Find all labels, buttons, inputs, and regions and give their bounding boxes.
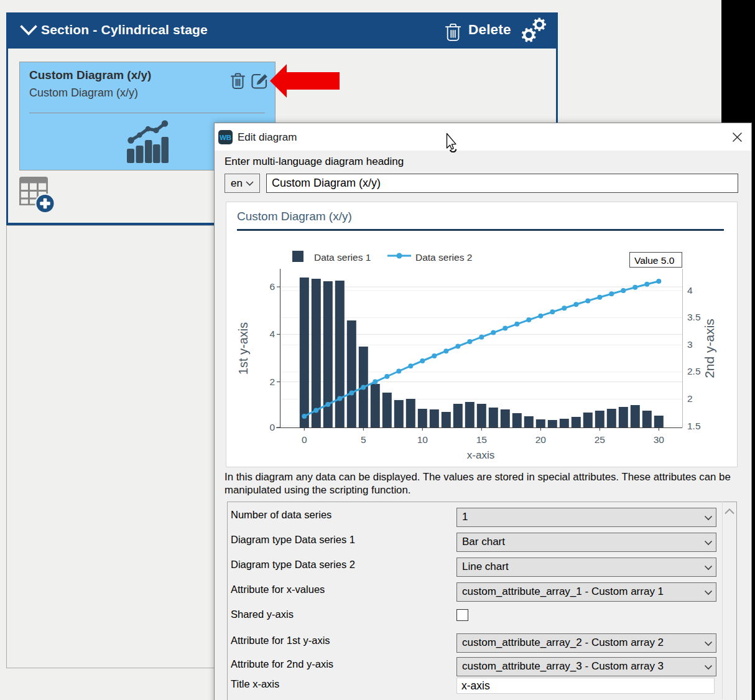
svg-text:10: 10 <box>417 434 428 445</box>
svg-text:2nd y-axis: 2nd y-axis <box>702 319 716 378</box>
svg-text:Data series 2: Data series 2 <box>415 252 472 263</box>
svg-text:1.5: 1.5 <box>687 421 701 431</box>
svg-text:Custom Diagram (x/y): Custom Diagram (x/y) <box>237 210 352 223</box>
svg-text:20: 20 <box>535 434 547 445</box>
svg-text:0: 0 <box>302 434 307 445</box>
svg-text:4: 4 <box>269 329 275 339</box>
svg-text:30: 30 <box>654 434 665 445</box>
svg-text:3.5: 3.5 <box>687 312 701 322</box>
svg-text:x-axis: x-axis <box>467 449 494 461</box>
svg-text:WB: WB <box>220 134 231 141</box>
svg-text:4: 4 <box>687 285 693 296</box>
svg-text:25: 25 <box>595 434 605 445</box>
svg-text:0: 0 <box>269 422 275 432</box>
svg-text:2.5: 2.5 <box>687 366 701 376</box>
svg-text:2: 2 <box>687 393 693 404</box>
svg-text:1st y-axis: 1st y-axis <box>236 322 250 375</box>
svg-text:6: 6 <box>269 281 275 292</box>
svg-text:Data series 1: Data series 1 <box>314 252 371 263</box>
svg-text:5: 5 <box>361 434 366 445</box>
svg-text:Value 5.0: Value 5.0 <box>634 255 675 266</box>
svg-text:2: 2 <box>269 376 275 387</box>
svg-text:15: 15 <box>476 434 487 445</box>
svg-text:3: 3 <box>687 339 693 350</box>
